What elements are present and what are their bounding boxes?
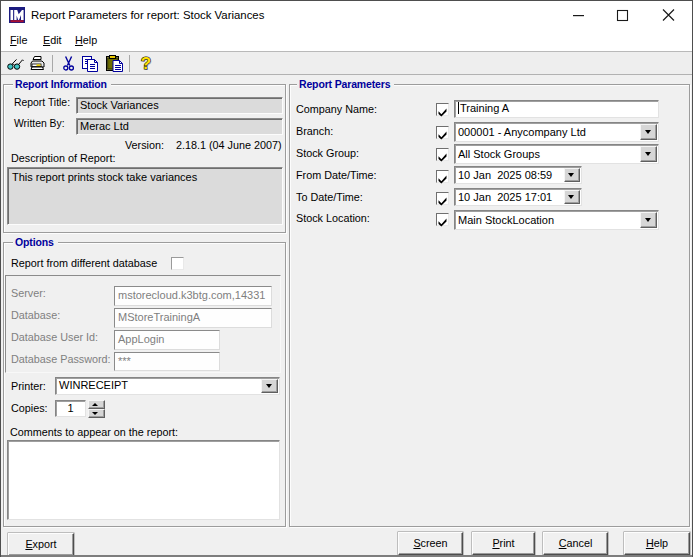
svg-text:?: ? bbox=[141, 55, 151, 73]
